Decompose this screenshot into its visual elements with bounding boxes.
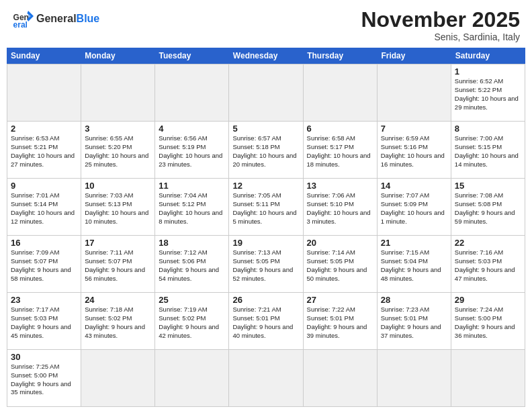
- cal-cell: 27Sunrise: 7:22 AM Sunset: 5:01 PM Dayli…: [304, 293, 378, 350]
- day-info: Sunrise: 7:15 AM Sunset: 5:04 PM Dayligh…: [381, 248, 447, 283]
- day-number: 24: [85, 295, 151, 305]
- cal-cell: [229, 350, 303, 407]
- cal-cell: 17Sunrise: 7:11 AM Sunset: 5:07 PM Dayli…: [81, 236, 155, 293]
- cal-cell: 20Sunrise: 7:14 AM Sunset: 5:05 PM Dayli…: [304, 236, 378, 293]
- day-number: 11: [159, 181, 225, 191]
- day-number: 3: [85, 124, 151, 134]
- day-info: Sunrise: 7:01 AM Sunset: 5:14 PM Dayligh…: [11, 191, 77, 226]
- day-number: 8: [455, 124, 521, 134]
- day-info: Sunrise: 7:12 AM Sunset: 5:06 PM Dayligh…: [159, 248, 225, 283]
- month-title: November 2025: [361, 8, 520, 32]
- cal-cell: 23Sunrise: 7:17 AM Sunset: 5:03 PM Dayli…: [7, 293, 81, 350]
- day-number: 21: [381, 238, 447, 248]
- day-info: Sunrise: 7:00 AM Sunset: 5:15 PM Dayligh…: [455, 134, 521, 169]
- day-number: 18: [159, 238, 225, 248]
- day-number: 9: [11, 181, 77, 191]
- day-info: Sunrise: 6:55 AM Sunset: 5:20 PM Dayligh…: [85, 134, 151, 169]
- logo: Gen eral GeneralBlue: [12, 8, 99, 30]
- day-number: 6: [307, 124, 373, 134]
- cal-cell: 22Sunrise: 7:16 AM Sunset: 5:03 PM Dayli…: [451, 236, 525, 293]
- cal-cell: [81, 350, 155, 407]
- day-number: 2: [11, 124, 77, 134]
- cal-cell: 15Sunrise: 7:08 AM Sunset: 5:08 PM Dayli…: [451, 179, 525, 236]
- day-number: 1: [455, 66, 521, 77]
- header-wednesday: Wednesday: [229, 48, 303, 64]
- day-number: 27: [307, 295, 373, 305]
- svg-text:eral: eral: [13, 20, 28, 30]
- day-number: 12: [232, 181, 299, 191]
- calendar-body: 1Sunrise: 6:52 AM Sunset: 5:22 PM Daylig…: [7, 64, 525, 407]
- cal-cell: 6Sunrise: 6:58 AM Sunset: 5:17 PM Daylig…: [304, 122, 378, 179]
- cal-cell: 10Sunrise: 7:03 AM Sunset: 5:13 PM Dayli…: [81, 179, 155, 236]
- cal-cell: [81, 64, 155, 122]
- subtitle: Senis, Sardinia, Italy: [361, 32, 520, 42]
- day-info: Sunrise: 7:08 AM Sunset: 5:08 PM Dayligh…: [455, 191, 521, 226]
- day-info: Sunrise: 6:52 AM Sunset: 5:22 PM Dayligh…: [455, 77, 521, 111]
- cal-cell: 7Sunrise: 6:59 AM Sunset: 5:16 PM Daylig…: [378, 122, 451, 179]
- header-friday: Friday: [377, 48, 451, 64]
- cal-cell: 14Sunrise: 7:07 AM Sunset: 5:09 PM Dayli…: [378, 179, 451, 236]
- calendar: Sunday Monday Tuesday Wednesday Thursday…: [0, 48, 532, 411]
- day-info: Sunrise: 7:19 AM Sunset: 5:02 PM Dayligh…: [159, 306, 225, 340]
- day-number: 16: [11, 238, 77, 248]
- day-number: 10: [85, 181, 151, 191]
- cal-cell: [378, 350, 451, 407]
- cal-cell: 16Sunrise: 7:09 AM Sunset: 5:07 PM Dayli…: [7, 236, 81, 293]
- cal-cell: 25Sunrise: 7:19 AM Sunset: 5:02 PM Dayli…: [155, 293, 229, 350]
- cal-cell: 2Sunrise: 6:53 AM Sunset: 5:21 PM Daylig…: [7, 122, 81, 179]
- logo-wordmark: GeneralBlue: [36, 13, 99, 24]
- day-number: 25: [159, 295, 225, 305]
- cal-cell: 9Sunrise: 7:01 AM Sunset: 5:14 PM Daylig…: [7, 179, 81, 236]
- day-number: 23: [11, 295, 77, 305]
- cal-cell: [451, 350, 525, 407]
- day-number: 13: [307, 181, 373, 191]
- day-number: 26: [232, 295, 299, 305]
- day-number: 7: [381, 124, 447, 134]
- day-number: 22: [455, 238, 521, 248]
- cal-cell: 3Sunrise: 6:55 AM Sunset: 5:20 PM Daylig…: [81, 122, 155, 179]
- logo-icon: Gen eral: [12, 8, 34, 30]
- day-number: 17: [85, 238, 151, 248]
- day-info: Sunrise: 7:11 AM Sunset: 5:07 PM Dayligh…: [85, 248, 151, 283]
- day-number: 5: [232, 124, 299, 134]
- day-info: Sunrise: 7:13 AM Sunset: 5:05 PM Dayligh…: [232, 248, 299, 283]
- cal-cell: 19Sunrise: 7:13 AM Sunset: 5:05 PM Dayli…: [229, 236, 303, 293]
- cal-cell: 30Sunrise: 7:25 AM Sunset: 5:00 PM Dayli…: [7, 350, 81, 407]
- day-info: Sunrise: 7:04 AM Sunset: 5:12 PM Dayligh…: [159, 191, 225, 226]
- day-info: Sunrise: 7:07 AM Sunset: 5:09 PM Dayligh…: [381, 191, 447, 226]
- cal-cell: 1Sunrise: 6:52 AM Sunset: 5:22 PM Daylig…: [451, 64, 525, 122]
- cal-cell: 28Sunrise: 7:23 AM Sunset: 5:01 PM Dayli…: [378, 293, 451, 350]
- header-tuesday: Tuesday: [155, 48, 229, 64]
- cal-cell: [229, 64, 303, 122]
- cal-cell: [304, 350, 378, 407]
- page: Gen eral GeneralBlue November 2025 Senis…: [0, 0, 532, 411]
- day-info: Sunrise: 7:06 AM Sunset: 5:10 PM Dayligh…: [307, 191, 373, 226]
- calendar-header: Sunday Monday Tuesday Wednesday Thursday…: [7, 48, 525, 64]
- day-info: Sunrise: 6:53 AM Sunset: 5:21 PM Dayligh…: [11, 134, 77, 169]
- header-saturday: Saturday: [451, 48, 525, 64]
- day-number: 30: [11, 352, 77, 362]
- cal-cell: [7, 64, 81, 122]
- cal-cell: 18Sunrise: 7:12 AM Sunset: 5:06 PM Dayli…: [155, 236, 229, 293]
- day-info: Sunrise: 7:17 AM Sunset: 5:03 PM Dayligh…: [11, 306, 77, 340]
- title-area: November 2025 Senis, Sardinia, Italy: [361, 8, 520, 42]
- header-monday: Monday: [81, 48, 154, 64]
- day-info: Sunrise: 6:58 AM Sunset: 5:17 PM Dayligh…: [307, 134, 373, 169]
- header: Gen eral GeneralBlue November 2025 Senis…: [0, 0, 532, 48]
- day-info: Sunrise: 7:25 AM Sunset: 5:00 PM Dayligh…: [11, 363, 77, 397]
- day-info: Sunrise: 7:18 AM Sunset: 5:02 PM Dayligh…: [85, 306, 151, 340]
- cal-cell: 4Sunrise: 6:56 AM Sunset: 5:19 PM Daylig…: [155, 122, 229, 179]
- day-number: 29: [455, 295, 521, 305]
- day-number: 19: [232, 238, 299, 248]
- cal-cell: 11Sunrise: 7:04 AM Sunset: 5:12 PM Dayli…: [155, 179, 229, 236]
- cal-cell: 29Sunrise: 7:24 AM Sunset: 5:00 PM Dayli…: [451, 293, 525, 350]
- cal-cell: 12Sunrise: 7:05 AM Sunset: 5:11 PM Dayli…: [229, 179, 303, 236]
- day-info: Sunrise: 6:57 AM Sunset: 5:18 PM Dayligh…: [232, 134, 299, 169]
- cal-cell: 13Sunrise: 7:06 AM Sunset: 5:10 PM Dayli…: [304, 179, 378, 236]
- cal-cell: [378, 64, 451, 122]
- cal-cell: 8Sunrise: 7:00 AM Sunset: 5:15 PM Daylig…: [451, 122, 525, 179]
- day-info: Sunrise: 7:09 AM Sunset: 5:07 PM Dayligh…: [11, 248, 77, 283]
- cal-cell: [155, 350, 229, 407]
- cal-cell: 21Sunrise: 7:15 AM Sunset: 5:04 PM Dayli…: [378, 236, 451, 293]
- day-number: 28: [381, 295, 447, 305]
